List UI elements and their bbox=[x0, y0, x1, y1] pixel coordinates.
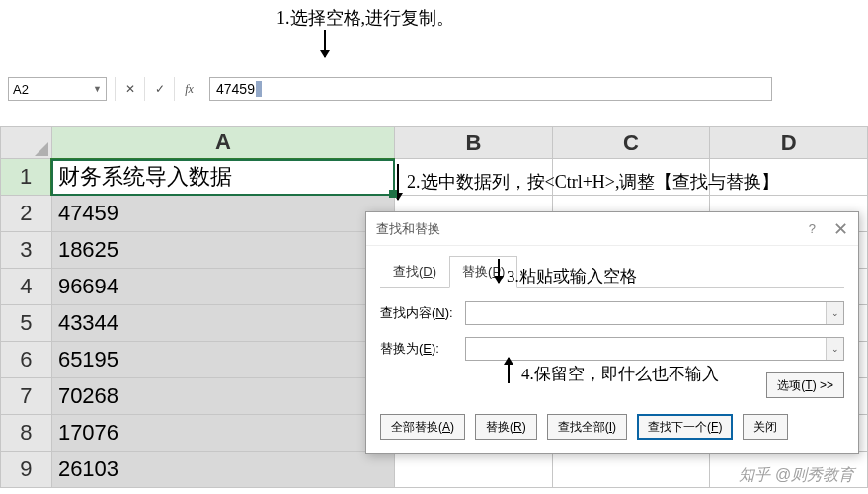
annotation-4: 4.保留空，即什么也不输入 bbox=[521, 363, 719, 385]
cell[interactable]: 47459 bbox=[51, 196, 394, 232]
cell[interactable]: 26103 bbox=[51, 452, 394, 488]
watermark: 知乎 @则秀教育 bbox=[739, 465, 854, 486]
fx-button[interactable]: fx bbox=[174, 77, 203, 101]
cell[interactable]: 18625 bbox=[51, 232, 394, 269]
dialog-title: 查找和替换 bbox=[376, 220, 440, 238]
find-label: 查找内容(N): bbox=[380, 304, 465, 322]
find-all-button[interactable]: 查找全部(I) bbox=[547, 414, 627, 440]
replace-label: 替换为(E): bbox=[380, 340, 465, 358]
close-icon[interactable]: ✕ bbox=[833, 218, 848, 240]
name-box[interactable]: A2 ▼ bbox=[8, 77, 107, 101]
col-header-d[interactable]: D bbox=[710, 127, 868, 159]
replace-button[interactable]: 替换(R) bbox=[475, 414, 537, 440]
row-header[interactable]: 4 bbox=[1, 269, 52, 305]
row-header[interactable]: 8 bbox=[1, 415, 52, 452]
cell[interactable]: 70268 bbox=[51, 378, 394, 415]
row-header[interactable]: 2 bbox=[1, 196, 52, 232]
dropdown-icon[interactable]: ⌄ bbox=[826, 338, 843, 360]
confirm-button[interactable]: ✓ bbox=[144, 77, 174, 101]
dropdown-icon[interactable]: ⌄ bbox=[826, 302, 843, 324]
formula-bar-row: A2 ▼ ✕ ✓ fx 47459 bbox=[8, 75, 860, 103]
annotation-3: 3.粘贴或输入空格 bbox=[507, 265, 637, 288]
arrow-icon bbox=[498, 259, 500, 283]
col-header-c[interactable]: C bbox=[552, 127, 710, 159]
arrow-icon bbox=[508, 358, 510, 383]
find-input[interactable]: ⌄ bbox=[465, 301, 844, 325]
cell-a1[interactable]: 财务系统导入数据 bbox=[51, 159, 394, 196]
cell[interactable]: 17076 bbox=[51, 415, 394, 452]
dropdown-icon[interactable]: ▼ bbox=[93, 84, 102, 94]
row-header[interactable]: 6 bbox=[1, 342, 52, 378]
row-header[interactable]: 9 bbox=[1, 452, 52, 488]
annotation-1: 1.选择空格,进行复制。 bbox=[276, 6, 454, 30]
formula-value: 47459 bbox=[216, 81, 255, 97]
find-replace-dialog: 查找和替换 ? ✕ 查找(D) 替换(P) 查找内容(N): ⌄ 替换为(E):… bbox=[365, 211, 859, 454]
row-header[interactable]: 5 bbox=[1, 305, 52, 342]
tab-find[interactable]: 查找(D) bbox=[380, 256, 449, 287]
cell[interactable]: 43344 bbox=[51, 305, 394, 342]
dialog-titlebar[interactable]: 查找和替换 ? ✕ bbox=[366, 212, 858, 246]
options-button[interactable]: 选项(T) >> bbox=[766, 372, 844, 398]
col-header-b[interactable]: B bbox=[395, 127, 553, 159]
cell[interactable]: 96694 bbox=[51, 269, 394, 305]
name-box-value: A2 bbox=[13, 82, 29, 97]
close-button[interactable]: 关闭 bbox=[743, 414, 788, 440]
replace-all-button[interactable]: 全部替换(A) bbox=[380, 414, 465, 440]
arrow-icon bbox=[324, 30, 326, 57]
row-header[interactable]: 1 bbox=[1, 159, 52, 196]
row-header[interactable]: 7 bbox=[1, 378, 52, 415]
annotation-2: 2.选中数据列，按<Ctrl+H>,调整【查找与替换】 bbox=[407, 170, 779, 194]
cell[interactable] bbox=[552, 452, 710, 488]
row-header[interactable]: 3 bbox=[1, 232, 52, 269]
select-all-corner[interactable] bbox=[1, 127, 52, 159]
formula-input[interactable]: 47459 bbox=[209, 77, 772, 101]
cell[interactable] bbox=[395, 452, 553, 488]
cancel-button[interactable]: ✕ bbox=[115, 77, 144, 101]
col-header-a[interactable]: A bbox=[51, 127, 394, 159]
cell[interactable]: 65195 bbox=[51, 342, 394, 378]
replace-input[interactable]: ⌄ bbox=[465, 337, 844, 361]
selection-icon bbox=[256, 81, 262, 97]
help-icon[interactable]: ? bbox=[809, 221, 816, 236]
find-next-button[interactable]: 查找下一个(F) bbox=[637, 414, 733, 440]
arrow-icon bbox=[397, 164, 399, 200]
